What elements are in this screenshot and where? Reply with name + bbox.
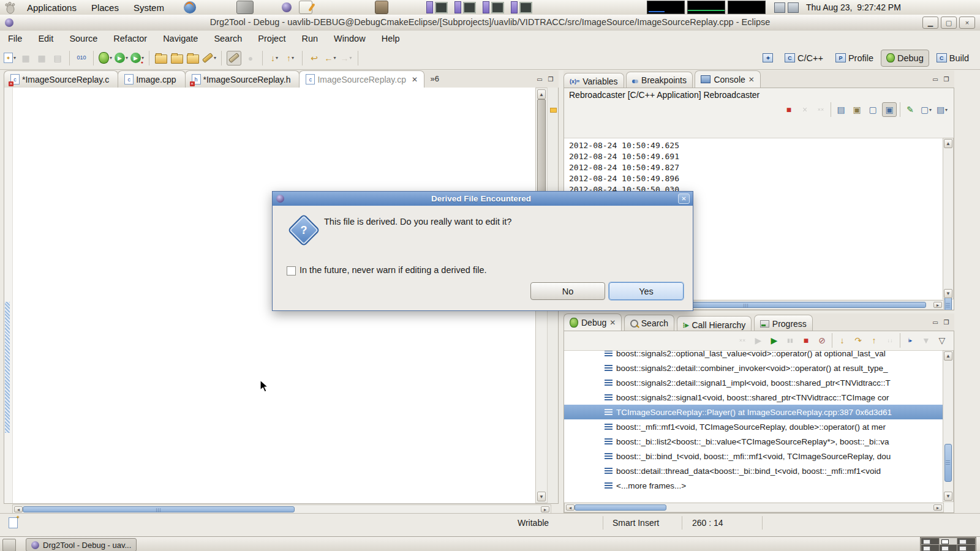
- scroll-up-arrow[interactable]: ▲: [537, 89, 546, 99]
- open-perspective-button[interactable]: ✦: [763, 51, 776, 65]
- next-annotation-icon[interactable]: ↓▾: [268, 51, 281, 65]
- console-line[interactable]: 2012-08-24 10:50:49.896: [564, 173, 943, 184]
- open-folder-icon[interactable]: [154, 51, 168, 65]
- step-over-icon[interactable]: ↷: [851, 334, 865, 347]
- never-warn-checkbox[interactable]: [287, 266, 296, 276]
- perspective-debug[interactable]: Debug: [881, 50, 929, 67]
- maximize-view-icon[interactable]: ❐: [941, 317, 952, 327]
- maximize-view-icon[interactable]: ❐: [941, 74, 952, 84]
- search-icon[interactable]: ▾: [202, 51, 216, 65]
- panel-clock[interactable]: Thu Aug 23, 9:27:42 PM: [806, 2, 901, 12]
- annotation-ruler[interactable]: [4, 88, 13, 503]
- open-task-icon[interactable]: [186, 51, 200, 65]
- scroll-down-arrow[interactable]: ▼: [944, 492, 952, 501]
- run-icon[interactable]: ▶▾: [115, 51, 128, 65]
- never-warn-checkbox-label[interactable]: In the future, never warn if editing a d…: [300, 265, 486, 275]
- text-editor-launcher-icon[interactable]: [299, 1, 312, 14]
- editor-vscroll-thumb[interactable]: [537, 99, 546, 198]
- scroll-down-arrow[interactable]: ▼: [944, 289, 952, 298]
- stack-frame[interactable]: boost::_bi::bind_t<void, boost::_mfi::mf…: [564, 449, 943, 463]
- workspace-3[interactable]: [957, 538, 975, 544]
- gnome-logo-icon[interactable]: [4, 2, 17, 14]
- open-resource-icon[interactable]: [170, 51, 184, 65]
- workspace-1[interactable]: [921, 538, 939, 544]
- instruction-stepping-icon[interactable]: i▸: [903, 334, 917, 347]
- fast-view-icon[interactable]: [9, 517, 18, 528]
- debug-vscroll-thumb[interactable]: |||: [944, 444, 952, 482]
- view-menu-icon[interactable]: ▽: [935, 334, 949, 347]
- minimize-view-icon[interactable]: ▭: [930, 74, 941, 84]
- purple-app-launcher-icon[interactable]: [282, 2, 292, 12]
- cpufreq-applet[interactable]: [511, 1, 534, 13]
- maximize-button[interactable]: ▢: [941, 17, 957, 29]
- more-editor-tabs-button[interactable]: »6: [426, 70, 442, 87]
- close-tab-icon[interactable]: ✕: [412, 75, 418, 84]
- debug-vertical-scrollbar[interactable]: ▲ ||| ▼: [943, 350, 954, 502]
- scroll-lock-icon[interactable]: ▣: [850, 103, 864, 116]
- window-titlebar[interactable]: Drg2Tool - Debug - uavlib-DEBUG@DebugCma…: [0, 15, 980, 31]
- close-tab-icon[interactable]: ✕: [748, 75, 755, 84]
- cpufreq-applet[interactable]: [483, 1, 506, 13]
- show-desktop-button[interactable]: [2, 539, 16, 551]
- menu-navigate[interactable]: Navigate: [155, 31, 206, 47]
- cpu-graph-applet[interactable]: [647, 1, 685, 14]
- display-console-icon[interactable]: ▢▾: [919, 103, 933, 116]
- disconnect-icon[interactable]: ⊘: [815, 334, 829, 347]
- tab-progress[interactable]: Progress: [754, 315, 813, 332]
- workspace-2-active[interactable]: [940, 538, 957, 544]
- terminate-icon[interactable]: ■: [799, 334, 813, 347]
- perspective-cc[interactable]: CC/C++: [780, 50, 828, 66]
- scroll-down-arrow[interactable]: ▼: [537, 492, 546, 501]
- yes-button[interactable]: Yes: [609, 282, 684, 300]
- binary-icon[interactable]: 010: [75, 51, 88, 65]
- clear-console-icon[interactable]: ▤: [834, 103, 848, 116]
- scroll-right-arrow[interactable]: ▸: [933, 302, 942, 308]
- scroll-left-arrow[interactable]: ◂: [14, 506, 23, 512]
- editor-tab-Image.cpp[interactable]: cImage.cpp: [118, 70, 185, 88]
- dialog-titlebar[interactable]: Derived File Encountered ✕: [273, 192, 693, 206]
- tab-debug[interactable]: Debug✕: [564, 313, 622, 331]
- pin-console-icon[interactable]: ✎: [903, 103, 917, 116]
- workspace-5[interactable]: [940, 545, 957, 551]
- tab-search[interactable]: Search: [624, 315, 674, 332]
- stack-frame[interactable]: boost::signals2::signal1<void, boost::sh…: [564, 390, 943, 405]
- workspace-4[interactable]: [921, 545, 939, 551]
- menu-run[interactable]: Run: [293, 31, 326, 47]
- tab-breakpoints[interactable]: Breakpoints: [626, 72, 693, 89]
- editor-tab-ImageSourceReplay.c[interactable]: c*ImageSourceReplay.c: [4, 70, 118, 88]
- menu-refactor[interactable]: Refactor: [105, 31, 155, 47]
- minimize-view-icon[interactable]: ▭: [534, 74, 545, 84]
- run-last-icon[interactable]: ▶●▾: [130, 51, 144, 65]
- stack-frame-selected[interactable]: TCImageSourceReplay::Player() at ImageSo…: [564, 405, 943, 419]
- maximize-view-icon[interactable]: ❐: [545, 74, 556, 84]
- stack-frame[interactable]: <...more frames...>: [564, 478, 943, 493]
- drill-tool-launcher-icon[interactable]: [375, 1, 388, 14]
- workspace-6[interactable]: [957, 545, 975, 551]
- menu-search[interactable]: Search: [206, 31, 250, 47]
- close-tab-icon[interactable]: ✕: [609, 318, 616, 327]
- terminate-icon[interactable]: ■: [782, 103, 796, 116]
- mark-occurrences-icon[interactable]: [227, 51, 241, 66]
- scroll-right-arrow[interactable]: ▸: [541, 506, 549, 512]
- screenshot-tool-launcher-icon[interactable]: [236, 1, 254, 14]
- console-line[interactable]: 2012-08-24 10:50:49.625: [564, 140, 943, 151]
- gnome-menu-system[interactable]: System: [126, 0, 172, 15]
- gnome-menu-places[interactable]: Places: [84, 0, 126, 15]
- stack-frame[interactable]: boost::detail::thread_data<boost::_bi::b…: [564, 463, 943, 478]
- menu-help[interactable]: Help: [374, 31, 408, 47]
- scroll-up-arrow[interactable]: ▲: [944, 139, 952, 148]
- last-edit-location-icon[interactable]: ↩: [307, 51, 321, 65]
- menu-project[interactable]: Project: [250, 31, 293, 47]
- menu-window[interactable]: Window: [326, 31, 374, 47]
- firefox-launcher-icon[interactable]: [184, 1, 196, 13]
- editor-tab-ImageSourceReplay.cp[interactable]: cImageSourceReplay.cp✕: [299, 70, 424, 88]
- stack-frame[interactable]: boost::_bi::list2<boost::_bi::value<TCIm…: [564, 434, 943, 449]
- editor-tab-ImageSourceReplay.h[interactable]: h*ImageSourceReplay.h: [185, 70, 300, 88]
- show-stdout-icon[interactable]: ▢: [866, 103, 880, 116]
- debug-icon[interactable]: ▾: [99, 51, 112, 65]
- back-icon[interactable]: ←▾: [323, 51, 337, 65]
- console-line[interactable]: 2012-08-24 10:50:49.827: [564, 162, 943, 173]
- cpufreq-applet[interactable]: [454, 1, 478, 13]
- close-button[interactable]: ×: [959, 17, 975, 29]
- editor-hscroll-thumb[interactable]: |||: [23, 506, 295, 512]
